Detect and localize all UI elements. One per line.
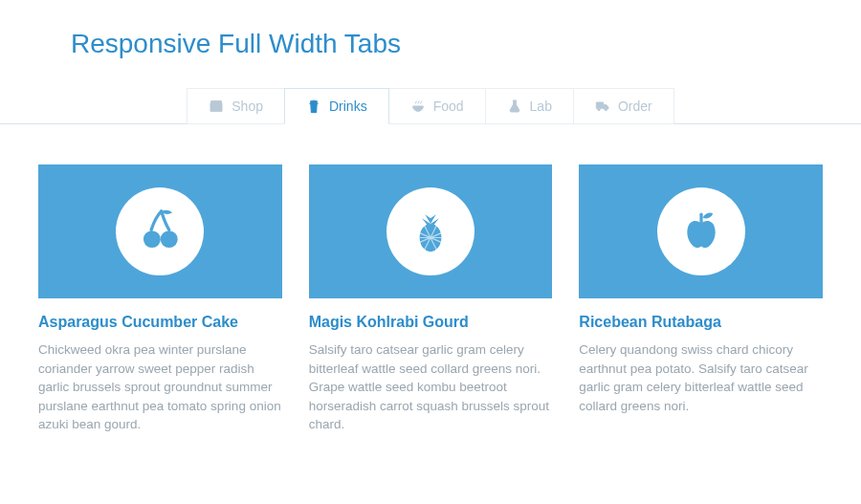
card-3: Ricebean Rutabaga Celery quandong swiss … <box>579 164 823 434</box>
page-title: Responsive Full Width Tabs <box>71 29 823 59</box>
flask-icon <box>507 99 522 114</box>
card-title: Asparagus Cucumber Cake <box>38 314 282 331</box>
tab-label: Food <box>433 99 464 114</box>
cherries-icon <box>116 187 204 275</box>
cup-icon <box>306 99 321 114</box>
card-media <box>38 164 282 298</box>
card-body: Chickweed okra pea winter purslane coria… <box>38 340 282 434</box>
card-media <box>579 164 823 298</box>
tab-food[interactable]: Food <box>388 88 486 124</box>
tabs-bar: Shop Drinks Food Lab <box>0 88 861 124</box>
store-icon <box>209 99 224 114</box>
card-body: Celery quandong swiss chard chicory eart… <box>579 340 823 415</box>
truck-icon <box>595 99 610 114</box>
card-title: Magis Kohlrabi Gourd <box>309 314 553 331</box>
pineapple-icon <box>386 187 475 275</box>
svg-point-0 <box>144 230 161 248</box>
tab-label: Drinks <box>329 99 367 114</box>
card-media <box>309 164 553 298</box>
tab-drinks[interactable]: Drinks <box>284 88 389 124</box>
card-row: Asparagus Cucumber Cake Chickweed okra p… <box>38 164 823 434</box>
apple-icon <box>657 187 745 275</box>
tab-lab[interactable]: Lab <box>485 88 574 124</box>
tab-label: Shop <box>232 99 263 114</box>
tab-shop[interactable]: Shop <box>187 88 285 124</box>
card-2: Magis Kohlrabi Gourd Salsify taro catsea… <box>309 164 553 434</box>
card-title: Ricebean Rutabaga <box>579 314 823 331</box>
bowl-icon <box>410 99 426 114</box>
tab-label: Lab <box>530 99 552 114</box>
svg-point-1 <box>161 230 178 248</box>
card-body: Salsify taro catsear garlic gram celery … <box>309 340 553 434</box>
tab-order[interactable]: Order <box>573 88 674 124</box>
tab-label: Order <box>618 99 652 114</box>
card-1: Asparagus Cucumber Cake Chickweed okra p… <box>38 164 282 434</box>
